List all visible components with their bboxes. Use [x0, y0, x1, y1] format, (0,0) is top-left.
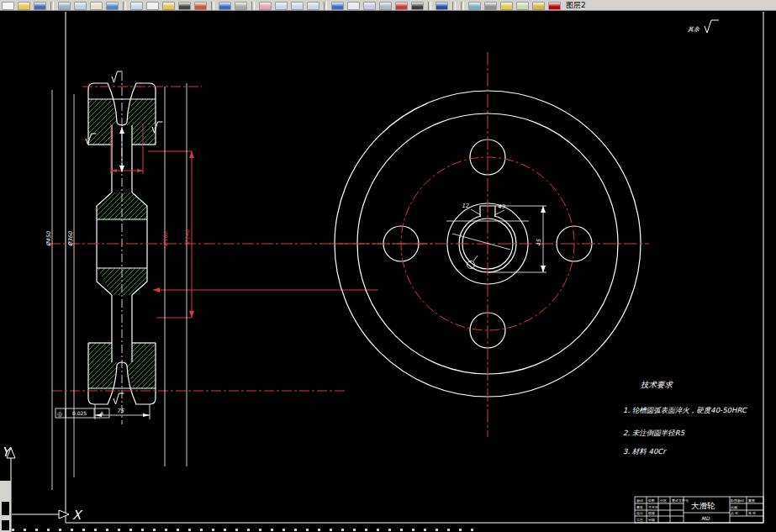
toolbar-separator	[50, 2, 54, 10]
docked-button[interactable]	[2, 520, 9, 530]
sun-icon[interactable]	[500, 2, 513, 10]
part-name: 大滑轮	[691, 501, 715, 510]
gray-arrow-icon[interactable]	[235, 2, 247, 10]
svg-text:处数: 处数	[648, 498, 655, 503]
layers-gray-icon[interactable]	[379, 2, 392, 10]
svg-text:75: 75	[117, 408, 124, 414]
toolbar: 图层2	[0, 0, 776, 11]
ucs-icon: X Y	[2, 445, 83, 523]
svg-text:阶段标记: 阶段标记	[731, 498, 744, 503]
svg-text:0.025: 0.025	[72, 410, 87, 416]
publish-icon[interactable]	[106, 2, 119, 10]
layer-color-swatch-icon[interactable]	[548, 2, 561, 10]
toolbar-separator	[461, 2, 464, 10]
svg-text:2. 未注倒圆半径R5: 2. 未注倒圆半径R5	[623, 429, 685, 437]
svg-text:Ø140: Ø140	[184, 229, 191, 245]
svg-text:1. 轮槽圆弧表面淬火，硬度40-50HRC: 1. 轮槽圆弧表面淬火，硬度40-50HRC	[623, 406, 747, 414]
color-swatch-tool-icon[interactable]	[395, 2, 408, 10]
front-view: 12 43 45	[330, 52, 649, 437]
svg-text:◎: ◎	[57, 411, 62, 418]
grid-icon[interactable]	[411, 2, 424, 10]
svg-text:Ø360: Ø360	[67, 231, 74, 246]
table-icon[interactable]	[347, 2, 360, 10]
zoom-extents-icon[interactable]	[307, 2, 319, 10]
svg-text:比例: 比例	[731, 505, 737, 510]
toolbar-separator	[211, 2, 214, 10]
svg-text:45: 45	[536, 239, 542, 246]
application-window: Ø180 Ø140 Ø450 Ø360 75 ◎ 0.025 A	[0, 0, 776, 532]
new-file-icon[interactable]	[2, 2, 14, 10]
print-icon[interactable]	[58, 2, 71, 10]
svg-text:Ø450: Ø450	[45, 231, 52, 246]
paint-bucket-icon[interactable]	[162, 2, 175, 10]
svg-text:技术要求: 技术要求	[641, 380, 674, 389]
svg-text:第 张: 第 张	[748, 511, 756, 515]
svg-text:分区: 分区	[660, 498, 667, 503]
svg-text:设计: 设计	[636, 511, 643, 515]
help-icon[interactable]	[436, 2, 448, 10]
bulb-icon[interactable]	[484, 2, 497, 10]
plot-icon[interactable]	[90, 2, 103, 10]
pencil-icon[interactable]	[194, 2, 207, 10]
svg-text:标记: 标记	[636, 498, 643, 503]
text-style-icon[interactable]	[331, 2, 344, 10]
freeze-icon[interactable]	[516, 2, 529, 10]
svg-text:12: 12	[462, 203, 469, 209]
toolbar-separator	[452, 2, 456, 10]
svg-text:共 张: 共 张	[731, 511, 738, 515]
print-preview-icon[interactable]	[74, 2, 87, 10]
svg-text:审核: 审核	[648, 518, 655, 522]
down-arrow-icon[interactable]	[219, 2, 231, 10]
save-icon[interactable]	[34, 2, 46, 10]
drawing-code: MD	[701, 515, 710, 521]
block-icon[interactable]	[363, 2, 376, 10]
pen-icon[interactable]	[178, 2, 191, 10]
tech-requirements: 技术要求 1. 轮槽圆弧表面淬火，硬度40-50HRC 2. 未注倒圆半径R5 …	[623, 380, 747, 456]
layer-name-display[interactable]: 图层2	[566, 1, 586, 10]
drawing-canvas[interactable]: Ø180 Ø140 Ø450 Ø360 75 ◎ 0.025 A	[0, 0, 776, 532]
ucs-x-label: X	[72, 508, 83, 523]
svg-text:更改文件号: 更改文件号	[672, 498, 689, 503]
toolbar-separator	[324, 2, 327, 10]
zoom-highlight-icon[interactable]	[259, 2, 272, 10]
pan-icon[interactable]	[146, 2, 159, 10]
section-view	[88, 72, 156, 424]
zoom-in-icon[interactable]	[275, 2, 288, 10]
svg-text:3. 材料 40Cr: 3. 材料 40Cr	[623, 447, 667, 456]
command-line-sliver	[12, 529, 483, 531]
sheet-border	[66, 12, 763, 523]
svg-text:年月日: 年月日	[648, 505, 658, 509]
svg-text:重量: 重量	[747, 498, 755, 503]
zoom-out-icon[interactable]	[291, 2, 304, 10]
docked-button[interactable]	[2, 502, 9, 515]
svg-text:43: 43	[498, 203, 505, 210]
svg-text:校核: 校核	[647, 511, 655, 515]
svg-text:签名: 签名	[636, 505, 643, 509]
svg-text:工艺: 工艺	[636, 518, 643, 522]
roughness-icon	[705, 20, 719, 33]
svg-text:其余: 其余	[688, 26, 700, 33]
docked-toolbar-fragment[interactable]	[0, 481, 12, 532]
surface-note: 其余	[688, 20, 719, 33]
layer-properties-icon[interactable]	[468, 2, 481, 10]
title-block: 大滑轮 MD 标记 处数 分区 更改文件号 签名 年月日 设计 校核 工艺 审核…	[635, 497, 763, 523]
toolbar-separator	[428, 2, 431, 10]
toolbar-separator	[123, 2, 126, 10]
zoom-tool-icon[interactable]	[130, 2, 143, 10]
toolbar-separator	[251, 2, 255, 10]
svg-text:Ø180: Ø180	[162, 231, 169, 246]
lock-icon[interactable]	[532, 2, 545, 10]
open-file-icon[interactable]	[18, 2, 30, 10]
